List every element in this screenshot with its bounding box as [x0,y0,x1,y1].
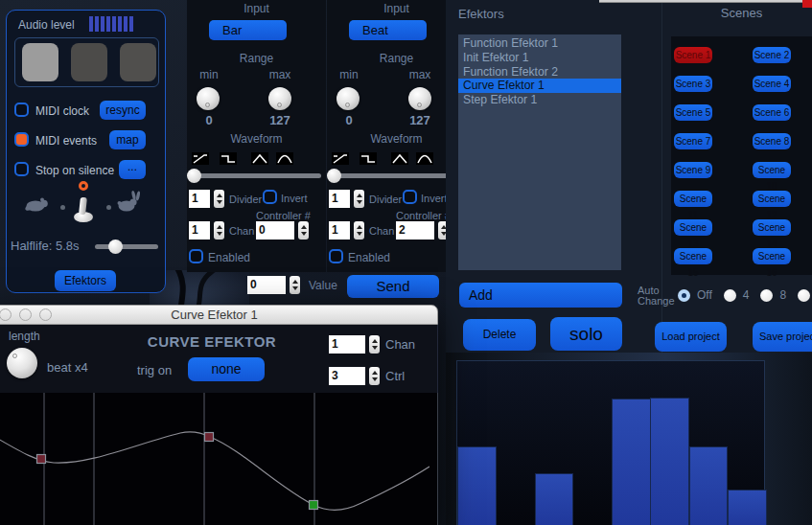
scene-button-11[interactable]: Scene 11 [674,191,712,207]
input-source-select[interactable]: Bar [209,20,287,40]
drum-pad[interactable] [22,43,58,81]
waveform-slider[interactable] [191,173,321,178]
divider-numbox[interactable]: 1 [189,190,210,208]
scene-button-13[interactable]: Scene 13 [674,219,712,236]
halflife-slider[interactable] [95,244,158,249]
scene-button-3[interactable]: Scene 3 [674,76,712,92]
stepper-up-icon[interactable] [292,280,298,284]
chan-numbox[interactable]: 1 [329,221,350,240]
controller-numbox[interactable]: 2 [396,221,434,240]
curve-control-point[interactable] [205,433,214,442]
resync-button[interactable]: resync [100,101,146,120]
delete-button[interactable]: Delete [463,319,536,351]
triangle-wave-icon[interactable] [251,152,268,165]
range-max-knob[interactable] [408,87,431,110]
efektor-list-item[interactable]: Function Efektor 2 [458,65,621,80]
midi-clock-checkbox[interactable] [14,103,29,117]
stop-on-silence-checkbox[interactable] [14,162,29,176]
curve-control-point[interactable] [37,455,46,464]
histogram-bar[interactable] [613,399,650,525]
trig-on-select[interactable]: none [188,357,265,381]
divider-numbox[interactable]: 1 [329,190,350,208]
scene-button-15[interactable]: Scene 15 [674,248,712,264]
curve-editor[interactable] [0,393,438,525]
scene-button-8[interactable]: Scene 8 [753,133,791,149]
scene-button-12[interactable]: Scene 12 [753,191,791,207]
scene-button-6[interactable]: Scene 6 [753,104,791,121]
square-wave-icon[interactable] [360,152,377,165]
solo-button[interactable]: solo [550,317,622,351]
auto-change-radio-4[interactable] [724,289,736,302]
chan-numbox[interactable]: 1 [329,335,365,354]
histogram-bar[interactable] [536,474,573,525]
scene-button-14[interactable]: Scene 14 [753,219,791,236]
speed-toggle[interactable] [71,181,96,227]
range-min-knob[interactable] [336,87,360,110]
length-knob[interactable] [7,348,37,378]
stepper-down-icon[interactable] [292,286,298,290]
waveform-slider[interactable] [331,173,461,178]
range-max-knob[interactable] [268,87,291,110]
add-button[interactable]: Add [459,283,622,308]
value-stepper[interactable] [290,276,300,294]
divider-stepper[interactable] [214,190,224,208]
histogram-bar[interactable] [651,399,688,525]
ramp-wave-icon[interactable] [192,152,209,165]
controller-stepper[interactable] [298,221,309,240]
curve-path[interactable] [0,432,429,511]
midi-events-checkbox[interactable] [14,132,29,147]
step-chart[interactable] [456,360,765,525]
efektors-button[interactable]: Efektors [55,270,116,291]
histogram-bar[interactable] [458,447,496,525]
auto-change-radio-8[interactable] [760,289,773,302]
triangle-wave-icon[interactable] [391,152,408,165]
histogram-bar[interactable] [729,491,766,525]
chan-numbox[interactable]: 1 [189,221,210,240]
sine-wave-icon[interactable] [416,152,433,165]
scene-button-2[interactable]: Scene 2 [753,47,791,63]
efektor-list-item[interactable]: Function Efektor 1 [458,36,621,51]
ctrl-stepper[interactable] [369,367,380,385]
histogram-bar[interactable] [690,447,728,525]
scene-button-16[interactable]: Scene 16 [753,248,791,264]
ramp-wave-icon[interactable] [332,152,349,165]
drum-pad[interactable] [71,43,107,81]
send-button[interactable]: Send [347,275,439,298]
efektor-list-item[interactable]: Step Efektor 1 [458,93,621,107]
value-numbox[interactable]: 0 [247,276,286,294]
curve-control-point[interactable] [310,501,318,510]
auto-change-radio-16[interactable] [798,289,810,302]
halflife-slider-thumb[interactable] [108,240,123,254]
waveform-slider-thumb[interactable] [187,169,201,183]
map-button[interactable]: map [109,130,146,149]
drum-pad[interactable] [120,43,156,81]
save-project-button[interactable]: Save project [753,322,812,352]
efektor-list-item[interactable]: Init Efektor 1 [458,51,621,65]
waveform-slider-thumb[interactable] [327,169,341,183]
curve-canvas[interactable] [0,393,429,525]
scene-button-7[interactable]: Scene 7 [674,133,712,149]
square-wave-icon[interactable] [220,152,237,165]
sine-wave-icon[interactable] [276,152,293,165]
controller-numbox[interactable]: 0 [256,221,294,240]
input-source-select[interactable]: Beat [349,20,427,40]
efektor-list[interactable]: Function Efektor 1Init Efektor 1Function… [458,34,621,270]
range-min-knob[interactable] [197,87,220,110]
ctrl-numbox[interactable]: 3 [329,367,365,385]
more-options-button[interactable]: ... [119,160,146,179]
scene-button-1[interactable]: Scene 1 [674,47,712,63]
invert-checkbox[interactable] [263,190,277,204]
enabled-checkbox[interactable] [329,249,343,263]
window-titlebar[interactable]: Curve Efektor 1 [0,305,438,325]
chan-stepper[interactable] [369,335,380,354]
auto-change-radio-off[interactable] [678,289,690,302]
scene-button-9[interactable]: Scene 9 [674,162,712,178]
chan-stepper[interactable] [354,221,364,240]
divider-stepper[interactable] [354,190,364,208]
invert-checkbox[interactable] [403,190,417,204]
scene-button-5[interactable]: Scene 5 [674,104,712,121]
load-project-button[interactable]: Load project [655,322,727,352]
chan-stepper[interactable] [214,221,224,240]
scene-button-10[interactable]: Scene 10 [753,162,791,178]
enabled-checkbox[interactable] [189,249,203,263]
